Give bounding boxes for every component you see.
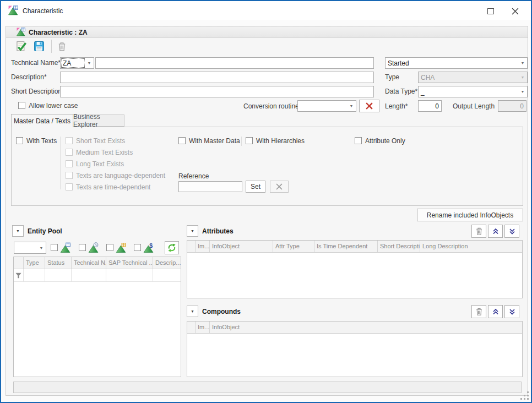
header-cell-attr-type[interactable]: Attr Type	[273, 241, 314, 252]
conversion-routine-label: Conversion routine	[243, 102, 299, 110]
header-cell-type[interactable]: Type	[24, 257, 45, 269]
trash-icon	[57, 41, 67, 52]
key-figure-type-icon: $	[143, 242, 154, 255]
save-icon	[34, 41, 45, 52]
attribute-only-checkbox[interactable]	[355, 137, 362, 144]
filter-characteristics-checkbox[interactable]	[51, 244, 58, 251]
compounds-delete-button[interactable]	[471, 305, 486, 318]
chevron-down-icon[interactable]: ▼	[85, 61, 94, 65]
characteristic-icon	[17, 28, 25, 36]
attributes-move-up-button[interactable]	[488, 225, 503, 238]
header-cell-status[interactable]: Status	[45, 257, 72, 269]
type-label: Type	[385, 73, 399, 81]
filter-cell[interactable]	[72, 269, 106, 281]
document-title: Characteristic : ZA	[29, 29, 88, 36]
status-value: Started	[386, 59, 518, 67]
chevron-down-icon[interactable]: ▼	[37, 246, 46, 250]
texts-language-dependent-checkbox	[66, 172, 73, 179]
filter-cell[interactable]	[153, 269, 181, 281]
technical-name-prefix-combo[interactable]: ZA ▼	[60, 57, 94, 69]
filter-cell[interactable]	[24, 269, 45, 281]
filter-cell[interactable]	[45, 269, 72, 281]
with-texts-checkbox[interactable]	[16, 137, 23, 144]
maximize-button[interactable]	[479, 3, 502, 19]
header-cell-im[interactable]: Im...	[196, 241, 210, 252]
header-cell-is-time-dependent[interactable]: Is Time Dependent	[314, 241, 378, 252]
document-header: Characteristic : ZA	[6, 26, 528, 38]
allow-lower-case-label: Allow lower case	[29, 102, 78, 110]
reference-label: Reference	[178, 172, 209, 180]
header-cell-infoobject[interactable]: InfoObject	[210, 322, 523, 333]
description-input[interactable]	[60, 72, 374, 83]
filter-time-characteristics-checkbox[interactable]	[79, 244, 86, 251]
chevron-down-icon: ▼	[16, 229, 20, 233]
close-button[interactable]	[503, 3, 526, 19]
characteristic-type-icon	[60, 242, 70, 255]
svg-text:$: $	[149, 242, 153, 249]
header-cell-technical-name[interactable]: Technical N...	[72, 257, 106, 269]
title-bar: Characteristic	[1, 1, 531, 20]
short-description-input[interactable]	[60, 86, 374, 97]
characteristic-icon	[8, 6, 18, 15]
length-input[interactable]	[418, 100, 442, 112]
with-hierarchies-checkbox[interactable]	[246, 137, 253, 144]
chevron-down-icon: ▼	[191, 229, 194, 233]
funnel-icon	[15, 273, 21, 279]
tab-business-explorer[interactable]: Business Explorer	[73, 115, 124, 127]
filter-key-figures-checkbox[interactable]	[134, 244, 141, 251]
compounds-table[interactable]: Im... InfoObject	[187, 321, 523, 377]
technical-name-input[interactable]	[95, 57, 374, 69]
entity-pool-filter-combo[interactable]: ▼	[14, 242, 46, 254]
data-type-combo[interactable]: _ ▼	[418, 86, 528, 97]
entity-pool-filter-row[interactable]	[14, 269, 181, 282]
attributes-move-down-button[interactable]	[504, 225, 519, 238]
red-x-icon	[365, 102, 373, 110]
texts-time-dependent-checkbox	[66, 183, 73, 190]
compounds-move-down-button[interactable]	[504, 305, 519, 318]
compounds-move-up-button[interactable]	[488, 305, 503, 318]
attributes-collapse-button[interactable]: ▼	[187, 225, 198, 237]
filter-cell[interactable]	[106, 269, 153, 281]
reference-set-button[interactable]: Set	[246, 181, 265, 193]
entity-pool-collapse-button[interactable]: ▼	[12, 225, 24, 237]
with-master-data-checkbox[interactable]	[178, 137, 186, 144]
resize-grip[interactable]	[521, 392, 529, 400]
chevron-down-icon[interactable]: ▼	[347, 104, 356, 108]
delete-button[interactable]	[55, 40, 68, 53]
header-cell-description[interactable]: Descrip...	[153, 257, 181, 269]
compounds-title: Compounds	[202, 308, 241, 315]
attributes-delete-button[interactable]	[471, 225, 486, 238]
reference-input[interactable]	[178, 181, 242, 192]
filter-unit-characteristics-checkbox[interactable]	[106, 244, 113, 251]
rename-infoobjects-button[interactable]: Rename included InfoObjects	[417, 209, 523, 221]
allow-lower-case-checkbox[interactable]	[18, 102, 25, 109]
time-characteristic-type-icon	[88, 242, 99, 255]
short-description-label: Short Description	[11, 88, 62, 95]
header-cell-im[interactable]: Im...	[196, 322, 210, 333]
header-cell-long-description[interactable]: Long Description	[420, 241, 523, 252]
chevron-down-icon[interactable]: ▼	[518, 90, 527, 94]
save-button[interactable]	[32, 40, 46, 53]
filter-cell[interactable]	[14, 269, 24, 281]
header-cell-sap-technical-name[interactable]: SAP Technical ...	[106, 257, 153, 269]
type-value: CHA	[419, 74, 518, 81]
chevron-double-down-icon	[508, 308, 516, 315]
chevron-down-icon[interactable]: ▼	[518, 61, 527, 65]
clear-conversion-routine-button[interactable]	[359, 100, 379, 112]
tab-master-data-texts[interactable]: Master Data / Texts	[11, 114, 73, 127]
status-combo[interactable]: Started ▼	[385, 57, 528, 69]
maximize-icon	[487, 8, 494, 14]
entity-pool-table[interactable]: Type Status Technical N... SAP Technical…	[13, 257, 181, 377]
compounds-collapse-button[interactable]: ▼	[187, 306, 198, 317]
chevron-double-down-icon	[508, 227, 516, 235]
conversion-routine-combo[interactable]: ▼	[297, 100, 356, 112]
short-text-exists-checkbox	[66, 137, 73, 144]
validate-button[interactable]	[14, 40, 28, 53]
long-text-exists-checkbox	[66, 160, 73, 167]
header-cell-short-description[interactable]: Short Description	[378, 241, 420, 252]
reference-clear-button[interactable]	[270, 181, 289, 193]
attributes-table[interactable]: Im... InfoObject Attr Type Is Time Depen…	[187, 240, 523, 298]
header-cell-infoobject[interactable]: InfoObject	[210, 241, 273, 252]
unit-characteristic-type-icon	[116, 242, 126, 255]
entity-pool-refresh-button[interactable]	[165, 241, 179, 254]
